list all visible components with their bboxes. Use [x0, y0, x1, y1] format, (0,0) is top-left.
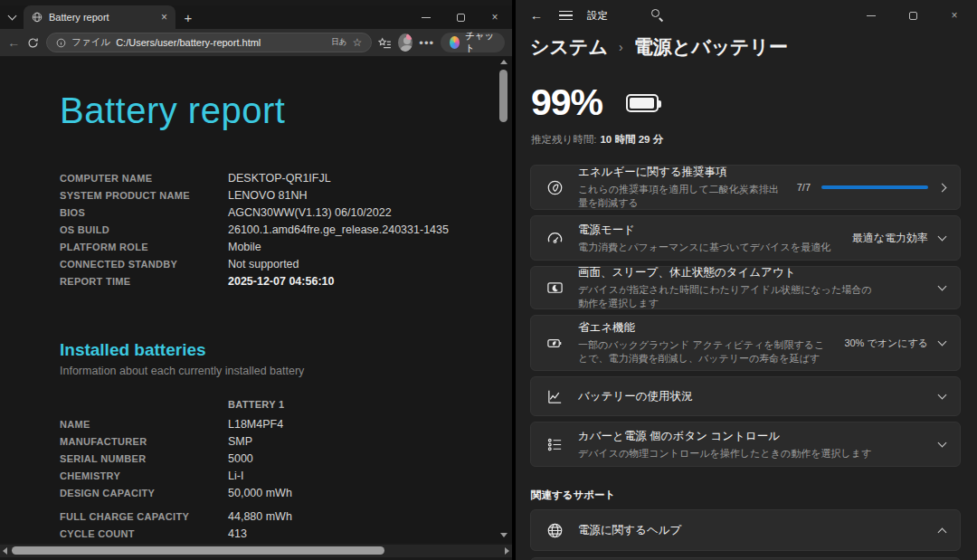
minimize-button[interactable] — [854, 9, 888, 22]
browser-window-controls: × — [409, 5, 512, 29]
scroll-up-arrow[interactable] — [500, 60, 507, 64]
card-subtitle: これらの推奨事項を適用して二酸化炭素排出量を削減する — [578, 183, 783, 210]
battery-icon — [626, 94, 659, 112]
new-tab-button[interactable]: + — [175, 10, 201, 25]
card-energy-saver[interactable]: 省エネ機能 一部のバックグラウンド アクティビティを制限することで、電力消費を削… — [530, 315, 961, 371]
settings-titlebar: ← 設定 × — [516, 0, 977, 31]
avatar-badge — [406, 33, 413, 40]
battery-estimate: 推定残り時間:10 時間 29 分 — [516, 133, 977, 147]
related-support-section: 電源に関するヘルプ Windows のおすすめの電源設定に切り替える — [516, 509, 977, 560]
chevron-down-icon[interactable] — [938, 337, 947, 346]
card-title: 電源モード — [578, 223, 838, 238]
scroll-down-arrow[interactable] — [500, 533, 507, 537]
installed-batteries-subtitle: Information about each currently install… — [60, 365, 512, 377]
card-title: カバーと電源 個のボタン コントロール — [578, 429, 925, 444]
card-battery-usage[interactable]: バッテリーの使用状況 — [530, 376, 961, 416]
screen-sleep-icon — [545, 280, 564, 297]
card-title: 電源に関するヘルプ — [578, 523, 925, 538]
vertical-scrollbar[interactable] — [498, 58, 509, 539]
copilot-button[interactable]: チャット — [441, 33, 505, 52]
copilot-icon — [450, 36, 460, 49]
card-lid-power-button-controls[interactable]: カバーと電源 個のボタン コントロール デバイスの物理コントロールを操作したとき… — [530, 422, 961, 467]
address-bar[interactable]: ファイル C:/Users/user/battery-report.html 日… — [46, 33, 372, 52]
close-button[interactable]: × — [478, 5, 512, 29]
vertical-scrollbar-thumb[interactable] — [499, 70, 507, 122]
settings-cards: エネルギーに関する推奨事項 これらの推奨事項を適用して二酸化炭素排出量を削減する… — [516, 165, 977, 467]
related-support-heading: 関連するサポート — [516, 489, 977, 502]
table-row: NAMEL18M4PF4 — [60, 415, 512, 432]
card-subtitle: 一部のバックグラウンド アクティビティを制限することで、電力消費を削減し、バッテ… — [578, 338, 830, 365]
info-icon[interactable] — [56, 38, 66, 48]
table-row: OS BUILD26100.1.amd64fre.ge_release.2403… — [60, 221, 512, 238]
chevron-down-icon[interactable] — [938, 439, 947, 448]
table-row: MANUFACTURERSMP — [60, 432, 512, 450]
chevron-right-icon[interactable] — [938, 183, 947, 192]
collections-icon[interactable] — [378, 36, 392, 50]
battery-column-header: BATTERY 1 — [60, 399, 512, 410]
back-button[interactable]: ← — [7, 35, 21, 50]
recommendations-progress-bar — [821, 185, 928, 189]
card-screen-sleep-timeouts[interactable]: 画面、スリープ、休止状態のタイムアウト デバイスが指定された時間にわたりアイドル… — [530, 266, 961, 309]
chevron-down-icon[interactable] — [938, 391, 947, 400]
chevron-down-icon[interactable] — [938, 282, 947, 291]
table-row: DESIGN CAPACITY50,000 mWh — [60, 484, 512, 501]
breadcrumb-separator: › — [619, 40, 623, 54]
battery-usage-icon — [545, 388, 564, 405]
search-icon[interactable] — [651, 9, 664, 22]
browser-tab-battery-report[interactable]: Battery report × — [24, 5, 175, 29]
table-row: REPORT TIME2025-12-07 04:56:10 — [60, 272, 512, 289]
scroll-left-arrow[interactable] — [3, 547, 7, 555]
table-row: SYSTEM PRODUCT NAMELENOVO 81NH — [60, 186, 512, 204]
hamburger-menu-icon[interactable] — [559, 11, 573, 21]
card-power-help[interactable]: 電源に関するヘルプ — [530, 509, 961, 551]
minimize-button[interactable] — [409, 5, 443, 29]
card-subtitle: 電力消費とパフォーマンスに基づいてデバイスを最適化 — [578, 241, 838, 254]
settings-window: ← 設定 × システム › 電源とバッテリー 99% 推定残り時間:10 時間 … — [516, 0, 977, 560]
breadcrumb: システム › 電源とバッテリー — [516, 34, 977, 60]
power-mode-value: 最適な電力効率 — [852, 231, 928, 246]
refresh-button[interactable] — [27, 37, 41, 49]
battery-report-page: Battery report COMPUTER NAMEDESKTOP-QR1I… — [0, 56, 512, 543]
settings-window-controls: × — [854, 9, 977, 22]
chevron-down-icon[interactable] — [938, 233, 947, 242]
maximize-button[interactable] — [443, 5, 478, 29]
close-button[interactable]: × — [937, 9, 972, 22]
horizontal-scrollbar-thumb[interactable] — [12, 546, 384, 555]
breadcrumb-system[interactable]: システム — [530, 34, 608, 60]
card-title: 省エネ機能 — [578, 320, 830, 336]
battery-info-table: NAMEL18M4PF4 MANUFACTURERSMP SERIAL NUMB… — [60, 415, 512, 542]
table-row: CONNECTED STANDBYNot supported — [60, 255, 512, 272]
favorite-star-icon[interactable]: ☆ — [352, 36, 362, 49]
energy-saver-icon — [545, 335, 564, 352]
card-power-mode[interactable]: 電源モード 電力消費とパフォーマンスに基づいてデバイスを最適化 最適な電力効率 — [530, 215, 961, 261]
translate-icon[interactable]: 日あ — [331, 37, 346, 48]
card-title: エネルギーに関する推奨事項 — [578, 165, 783, 180]
globe-icon — [32, 12, 43, 23]
report-title: Battery report — [60, 90, 512, 131]
battery-hero: 99% — [516, 81, 977, 124]
installed-batteries-heading: Installed batteries — [60, 340, 512, 360]
browser-menu-icon[interactable]: ••• — [419, 36, 434, 50]
address-url[interactable]: C:/Users/user/battery-report.html — [116, 37, 326, 48]
system-info-table: COMPUTER NAMEDESKTOP-QR1IFJL SYSTEM PROD… — [60, 169, 512, 289]
profile-avatar[interactable] — [398, 33, 413, 52]
recommendations-count: 7/7 — [797, 182, 811, 193]
card-energy-recommendations[interactable]: エネルギーに関する推奨事項 これらの推奨事項を適用して二酸化炭素排出量を削減する… — [530, 165, 961, 210]
scroll-right-arrow[interactable] — [505, 547, 509, 555]
energy-saver-value: 30% でオンにする — [844, 337, 928, 350]
card-subtitle: デバイスが指定された時間にわたりアイドル状態になった場合の動作を選択します — [578, 283, 877, 310]
table-row: FULL CHARGE CAPACITY44,880 mWh — [60, 508, 512, 525]
chevron-down-icon — [7, 12, 16, 21]
energy-recommendations-icon — [545, 179, 564, 196]
table-row: BIOSAGCN30WW(V1.13) 06/10/2022 — [60, 204, 512, 221]
maximize-button[interactable] — [896, 9, 930, 22]
table-row: PLATFORM ROLEMobile — [60, 238, 512, 255]
tab-close-icon[interactable]: × — [161, 12, 167, 23]
power-mode-icon — [545, 230, 564, 247]
tab-actions-button[interactable] — [0, 8, 24, 26]
chevron-up-icon[interactable] — [938, 527, 947, 536]
settings-back-button[interactable]: ← — [528, 8, 545, 23]
tab-title: Battery report — [49, 12, 155, 23]
table-row: COMPUTER NAMEDESKTOP-QR1IFJL — [60, 169, 512, 186]
horizontal-scrollbar[interactable] — [0, 545, 512, 557]
